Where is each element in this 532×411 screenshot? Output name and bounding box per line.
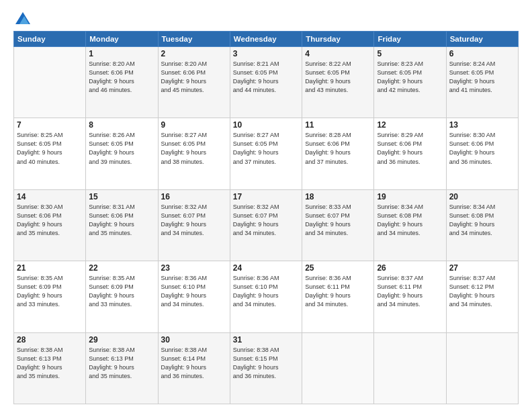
- day-number: 3: [233, 49, 299, 58]
- day-info: Sunrise: 8:25 AM Sunset: 6:05 PM Dayligh…: [17, 131, 83, 166]
- day-info: Sunrise: 8:37 AM Sunset: 6:11 PM Dayligh…: [377, 274, 443, 309]
- col-header-friday: Friday: [374, 32, 446, 47]
- day-number: 20: [449, 192, 515, 201]
- calendar-cell: 24Sunrise: 8:36 AM Sunset: 6:10 PM Dayli…: [230, 261, 302, 332]
- logo: [13, 12, 30, 24]
- calendar-cell: 21Sunrise: 8:35 AM Sunset: 6:09 PM Dayli…: [14, 261, 86, 332]
- calendar-cell: 16Sunrise: 8:32 AM Sunset: 6:07 PM Dayli…: [158, 189, 230, 261]
- calendar-cell: 20Sunrise: 8:34 AM Sunset: 6:08 PM Dayli…: [446, 189, 518, 261]
- calendar-cell: 10Sunrise: 8:27 AM Sunset: 6:05 PM Dayli…: [230, 118, 302, 189]
- calendar-cell: [302, 332, 374, 404]
- calendar-cell: 30Sunrise: 8:38 AM Sunset: 6:14 PM Dayli…: [158, 332, 230, 404]
- day-number: 8: [89, 120, 154, 130]
- day-info: Sunrise: 8:20 AM Sunset: 6:06 PM Dayligh…: [161, 60, 227, 95]
- calendar-cell: 15Sunrise: 8:31 AM Sunset: 6:06 PM Dayli…: [86, 189, 158, 261]
- day-number: 21: [17, 263, 83, 273]
- calendar-cell: 6Sunrise: 8:24 AM Sunset: 6:05 PM Daylig…: [446, 47, 518, 118]
- day-number: 7: [17, 120, 83, 130]
- week-row-0: 1Sunrise: 8:20 AM Sunset: 6:06 PM Daylig…: [14, 47, 519, 118]
- calendar-cell: 12Sunrise: 8:29 AM Sunset: 6:06 PM Dayli…: [374, 118, 446, 189]
- day-number: 10: [233, 120, 299, 130]
- calendar-cell: 11Sunrise: 8:28 AM Sunset: 6:06 PM Dayli…: [302, 118, 374, 189]
- day-info: Sunrise: 8:28 AM Sunset: 6:06 PM Dayligh…: [305, 131, 371, 166]
- day-info: Sunrise: 8:26 AM Sunset: 6:05 PM Dayligh…: [89, 131, 154, 166]
- week-row-4: 28Sunrise: 8:38 AM Sunset: 6:13 PM Dayli…: [14, 332, 519, 404]
- logo-icon: [15, 12, 30, 24]
- day-info: Sunrise: 8:33 AM Sunset: 6:07 PM Dayligh…: [305, 203, 371, 238]
- calendar-cell: 31Sunrise: 8:38 AM Sunset: 6:15 PM Dayli…: [230, 332, 302, 404]
- calendar-cell: 19Sunrise: 8:34 AM Sunset: 6:08 PM Dayli…: [374, 189, 446, 261]
- calendar-cell: 5Sunrise: 8:23 AM Sunset: 6:05 PM Daylig…: [374, 47, 446, 118]
- day-info: Sunrise: 8:29 AM Sunset: 6:06 PM Dayligh…: [377, 131, 443, 166]
- day-info: Sunrise: 8:27 AM Sunset: 6:05 PM Dayligh…: [161, 131, 227, 166]
- day-number: 26: [377, 263, 443, 273]
- calendar-cell: 2Sunrise: 8:20 AM Sunset: 6:06 PM Daylig…: [158, 47, 230, 118]
- calendar-cell: 4Sunrise: 8:22 AM Sunset: 6:05 PM Daylig…: [302, 47, 374, 118]
- col-header-saturday: Saturday: [446, 32, 518, 47]
- day-number: 16: [161, 192, 227, 201]
- day-number: 9: [161, 120, 227, 130]
- day-info: Sunrise: 8:23 AM Sunset: 6:05 PM Dayligh…: [377, 60, 443, 95]
- calendar-cell: 8Sunrise: 8:26 AM Sunset: 6:05 PM Daylig…: [86, 118, 158, 189]
- calendar-cell: [446, 332, 518, 404]
- calendar-cell: 17Sunrise: 8:32 AM Sunset: 6:07 PM Dayli…: [230, 189, 302, 261]
- calendar-cell: 9Sunrise: 8:27 AM Sunset: 6:05 PM Daylig…: [158, 118, 230, 189]
- day-info: Sunrise: 8:38 AM Sunset: 6:14 PM Dayligh…: [161, 346, 227, 381]
- calendar-cell: 28Sunrise: 8:38 AM Sunset: 6:13 PM Dayli…: [14, 332, 86, 404]
- calendar-cell: 13Sunrise: 8:30 AM Sunset: 6:06 PM Dayli…: [446, 118, 518, 189]
- day-info: Sunrise: 8:21 AM Sunset: 6:05 PM Dayligh…: [233, 60, 299, 95]
- col-header-sunday: Sunday: [14, 32, 86, 47]
- day-number: 17: [233, 192, 299, 201]
- day-number: 25: [305, 263, 371, 273]
- day-number: 19: [377, 192, 443, 201]
- day-info: Sunrise: 8:35 AM Sunset: 6:09 PM Dayligh…: [17, 274, 83, 309]
- day-number: 5: [377, 49, 443, 58]
- calendar-table: SundayMondayTuesdayWednesdayThursdayFrid…: [13, 31, 519, 404]
- day-info: Sunrise: 8:22 AM Sunset: 6:05 PM Dayligh…: [305, 60, 371, 95]
- calendar-cell: 27Sunrise: 8:37 AM Sunset: 6:12 PM Dayli…: [446, 261, 518, 332]
- day-info: Sunrise: 8:30 AM Sunset: 6:06 PM Dayligh…: [449, 131, 515, 166]
- week-row-2: 14Sunrise: 8:30 AM Sunset: 6:06 PM Dayli…: [14, 189, 519, 261]
- calendar-cell: 14Sunrise: 8:30 AM Sunset: 6:06 PM Dayli…: [14, 189, 86, 261]
- day-number: 28: [17, 335, 83, 345]
- day-number: 12: [377, 120, 443, 130]
- day-info: Sunrise: 8:32 AM Sunset: 6:07 PM Dayligh…: [233, 203, 299, 238]
- day-info: Sunrise: 8:38 AM Sunset: 6:15 PM Dayligh…: [233, 346, 299, 381]
- calendar-cell: 7Sunrise: 8:25 AM Sunset: 6:05 PM Daylig…: [14, 118, 86, 189]
- day-number: 14: [17, 192, 83, 201]
- day-info: Sunrise: 8:27 AM Sunset: 6:05 PM Dayligh…: [233, 131, 299, 166]
- day-info: Sunrise: 8:24 AM Sunset: 6:05 PM Dayligh…: [449, 60, 515, 95]
- calendar-cell: [14, 47, 86, 118]
- day-number: 23: [161, 263, 227, 273]
- day-info: Sunrise: 8:35 AM Sunset: 6:09 PM Dayligh…: [89, 274, 154, 309]
- day-number: 18: [305, 192, 371, 201]
- day-number: 22: [89, 263, 154, 273]
- day-number: 1: [89, 49, 154, 58]
- day-number: 31: [233, 335, 299, 345]
- day-info: Sunrise: 8:34 AM Sunset: 6:08 PM Dayligh…: [377, 203, 443, 238]
- day-info: Sunrise: 8:36 AM Sunset: 6:11 PM Dayligh…: [305, 274, 371, 309]
- day-number: 4: [305, 49, 371, 58]
- week-row-1: 7Sunrise: 8:25 AM Sunset: 6:05 PM Daylig…: [14, 118, 519, 189]
- calendar-cell: 18Sunrise: 8:33 AM Sunset: 6:07 PM Dayli…: [302, 189, 374, 261]
- day-number: 24: [233, 263, 299, 273]
- day-number: 6: [449, 49, 515, 58]
- day-number: 30: [161, 335, 227, 345]
- calendar-cell: 26Sunrise: 8:37 AM Sunset: 6:11 PM Dayli…: [374, 261, 446, 332]
- col-header-thursday: Thursday: [302, 32, 374, 47]
- day-info: Sunrise: 8:34 AM Sunset: 6:08 PM Dayligh…: [449, 203, 515, 238]
- day-info: Sunrise: 8:30 AM Sunset: 6:06 PM Dayligh…: [17, 203, 83, 238]
- day-number: 2: [161, 49, 227, 58]
- day-number: 11: [305, 120, 371, 130]
- day-info: Sunrise: 8:32 AM Sunset: 6:07 PM Dayligh…: [161, 203, 227, 238]
- day-info: Sunrise: 8:36 AM Sunset: 6:10 PM Dayligh…: [161, 274, 227, 309]
- day-info: Sunrise: 8:38 AM Sunset: 6:13 PM Dayligh…: [89, 346, 154, 381]
- calendar-cell: 29Sunrise: 8:38 AM Sunset: 6:13 PM Dayli…: [86, 332, 158, 404]
- day-info: Sunrise: 8:37 AM Sunset: 6:12 PM Dayligh…: [449, 274, 515, 309]
- day-number: 15: [89, 192, 154, 201]
- calendar-cell: 25Sunrise: 8:36 AM Sunset: 6:11 PM Dayli…: [302, 261, 374, 332]
- day-info: Sunrise: 8:20 AM Sunset: 6:06 PM Dayligh…: [89, 60, 154, 95]
- calendar-cell: 1Sunrise: 8:20 AM Sunset: 6:06 PM Daylig…: [86, 47, 158, 118]
- col-header-monday: Monday: [86, 32, 158, 47]
- calendar-cell: [374, 332, 446, 404]
